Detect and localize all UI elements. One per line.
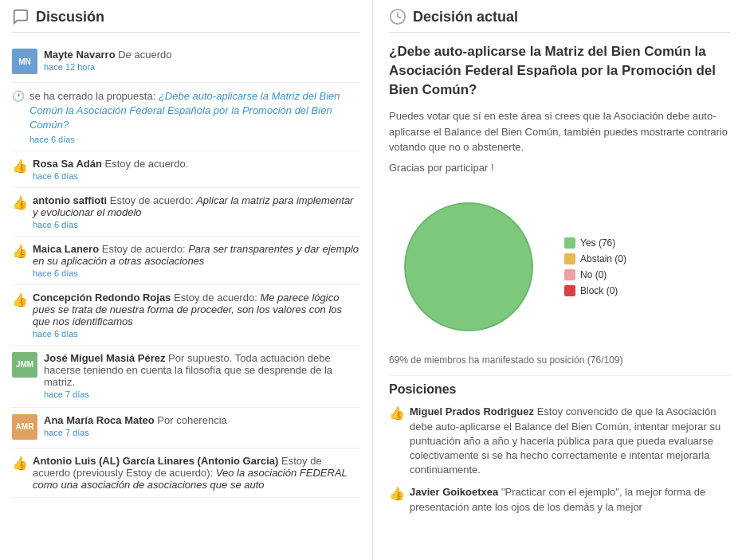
timestamp: hace 7 días [44, 390, 360, 399]
username: Maica Lanero [33, 243, 99, 255]
proposal-closed-entry: 🕐 se ha cerrado la propuesta: ¿Debe auto… [12, 83, 360, 151]
thumbs-up-icon: 👍 [12, 456, 28, 471]
avatar: AMR [12, 414, 37, 440]
user-status: Estoy de acuerdo: [102, 243, 188, 255]
timestamp: hace 6 días [33, 268, 360, 278]
proposal-text: se ha cerrado la propuesta: ¿Debe auto-a… [29, 90, 340, 131]
username: antonio saffioti [33, 194, 107, 206]
timestamp: hace 7 días [44, 428, 227, 437]
discussion-entry: JMM José Miguel Masiá Pérez Por supuesto… [12, 346, 360, 408]
decision-panel: Decisión actual ¿Debe auto-aplicarse la … [373, 0, 746, 560]
position-entry: 👍 Javier Goikoetxea "Practicar con el ej… [389, 485, 730, 514]
username: Ana María Roca Mateo [44, 414, 155, 426]
decision-question: ¿Debe auto-aplicarse la Matriz del Bien … [389, 42, 730, 99]
legend-item-block: Block (0) [564, 285, 626, 296]
timestamp: hace 6 días [33, 171, 360, 181]
thumbs-entry: 👍 Antonio Luis (AL) García Linares (Anto… [12, 448, 360, 498]
thumbs-up-icon: 👍 [12, 195, 28, 210]
legend-label-yes: Yes (76) [580, 237, 615, 249]
legend-label-block: Block (0) [580, 285, 618, 296]
discussion-title: Discusión [36, 9, 104, 25]
decision-description-1: Puedes votar que sí en este área si cree… [389, 108, 730, 155]
username: Mayte Navarro [44, 49, 116, 61]
thumbs-up-icon: 👍 [389, 485, 405, 503]
user-status: Estoy de acuerdo. [105, 158, 189, 170]
decision-description-2: Gracias por participar ! [389, 160, 730, 176]
thumbs-up-icon: 👍 [12, 244, 28, 259]
username: Antonio Luis (AL) García Linares (Antoni… [33, 455, 278, 467]
username: Rosa Sa Adán [33, 158, 102, 170]
thumbs-up-icon: 👍 [389, 405, 405, 422]
timestamp: hace 6 días [33, 220, 360, 229]
thumbs-entry: 👍 Maica Lanero Estoy de acuerdo: Para se… [12, 237, 360, 285]
thumbs-entry: 👍 Rosa Sa Adán Estoy de acuerdo. hace 6 … [12, 151, 360, 188]
position-entry: 👍 Miguel Prados Rodriguez Estoy convenci… [389, 405, 730, 477]
legend-color-abstain [564, 253, 575, 264]
thumbs-up-icon: 👍 [12, 292, 28, 307]
thumbs-entry: 👍 Concepción Redondo Rojas Estoy de acue… [12, 285, 360, 346]
thumbs-up-icon: 👍 [12, 159, 28, 174]
user-status: Estoy de acuerdo: [174, 292, 260, 303]
clock-icon: 🕐 [12, 90, 25, 102]
position-username: Miguel Prados Rodriguez [410, 405, 534, 417]
discussion-entry: AMR Ana María Roca Mateo Por coherencia … [12, 408, 360, 448]
discussion-entry: MN Mayte Navarro De acuerdo hace 12 hora [12, 42, 360, 83]
thumbs-entry: 👍 antonio saffioti Estoy de acuerdo: Apl… [12, 188, 360, 237]
discussion-header: Discusión [12, 8, 360, 33]
legend-item-abstain: Abstain (0) [564, 253, 626, 264]
chart-area: Yes (76) Abstain (0) No (0) Block (0) [389, 187, 730, 347]
decision-header: Decisión actual [389, 8, 730, 33]
avatar: MN [12, 49, 37, 74]
legend-item-yes: Yes (76) [564, 237, 626, 249]
legend-item-no: No (0) [564, 269, 626, 280]
legend-label-abstain: Abstain (0) [580, 253, 626, 264]
chart-legend: Yes (76) Abstain (0) No (0) Block (0) [564, 237, 626, 296]
discussion-panel: Discusión MN Mayte Navarro De acuerdo ha… [0, 0, 373, 560]
user-status: De acuerdo [118, 49, 171, 61]
positions-title: Posiciones [389, 375, 730, 397]
decision-icon [389, 8, 406, 25]
username: José Miguel Masiá Pérez [44, 352, 165, 364]
discussion-icon [12, 8, 29, 25]
avatar: JMM [12, 352, 37, 378]
decision-title: Decisión actual [413, 9, 518, 25]
pie-chart [389, 187, 548, 347]
legend-color-no [564, 269, 575, 280]
timestamp: hace 6 días [33, 329, 360, 339]
participation-text: 69% de miembros ha manifestado su posici… [389, 354, 730, 366]
username: Concepción Redondo Rojas [33, 292, 171, 303]
legend-label-no: No (0) [580, 269, 607, 280]
user-status: Estoy de acuerdo: [110, 194, 196, 206]
timestamp: hace 6 días [29, 135, 360, 144]
user-status: Por coherencia [157, 414, 226, 426]
timestamp: hace 12 hora [44, 62, 171, 72]
position-username: Javier Goikoetxea [410, 486, 498, 498]
legend-color-block [564, 285, 575, 296]
legend-color-yes [564, 237, 575, 249]
